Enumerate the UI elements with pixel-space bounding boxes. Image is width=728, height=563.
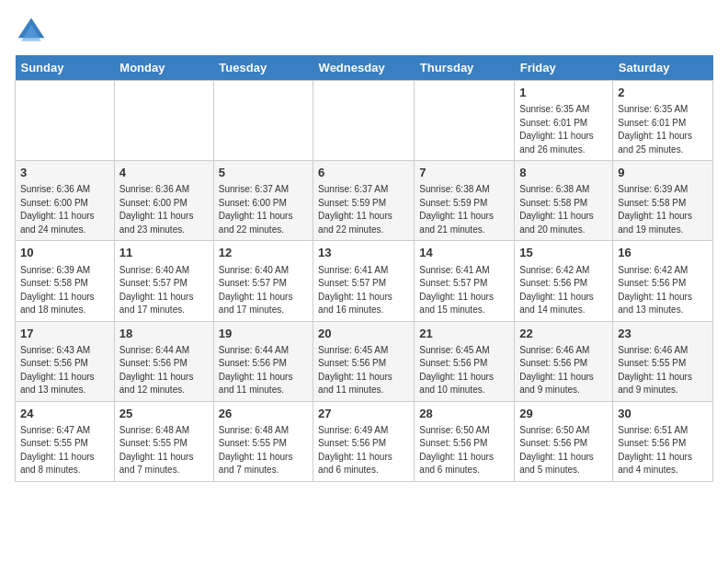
day-info: Sunrise: 6:35 AM Sunset: 6:01 PM Dayligh…	[618, 103, 708, 156]
day-info: Sunrise: 6:51 AM Sunset: 5:56 PM Dayligh…	[618, 424, 708, 477]
day-info: Sunrise: 6:47 AM Sunset: 5:55 PM Dayligh…	[20, 424, 109, 477]
day-number: 9	[618, 165, 708, 181]
day-info: Sunrise: 6:35 AM Sunset: 6:01 PM Dayligh…	[519, 103, 608, 156]
calendar-cell: 6Sunrise: 6:37 AM Sunset: 5:59 PM Daylig…	[313, 161, 415, 241]
day-info: Sunrise: 6:44 AM Sunset: 5:56 PM Dayligh…	[119, 344, 209, 397]
day-number: 14	[419, 245, 509, 261]
day-header-sunday: Sunday	[16, 55, 115, 81]
day-number: 30	[618, 406, 708, 422]
page-header	[15, 15, 713, 48]
calendar-cell: 30Sunrise: 6:51 AM Sunset: 5:56 PM Dayli…	[613, 401, 713, 481]
day-number: 15	[519, 245, 608, 261]
calendar-cell: 23Sunrise: 6:46 AM Sunset: 5:55 PM Dayli…	[613, 321, 713, 401]
day-header-saturday: Saturday	[613, 55, 713, 81]
calendar-cell	[415, 81, 515, 161]
calendar-cell: 8Sunrise: 6:38 AM Sunset: 5:58 PM Daylig…	[515, 161, 613, 241]
day-info: Sunrise: 6:36 AM Sunset: 6:00 PM Dayligh…	[20, 183, 109, 236]
day-number: 6	[318, 165, 409, 181]
calendar-cell: 5Sunrise: 6:37 AM Sunset: 6:00 PM Daylig…	[213, 161, 313, 241]
calendar-cell: 29Sunrise: 6:50 AM Sunset: 5:56 PM Dayli…	[515, 401, 613, 481]
calendar-cell: 20Sunrise: 6:45 AM Sunset: 5:56 PM Dayli…	[313, 321, 415, 401]
day-info: Sunrise: 6:50 AM Sunset: 5:56 PM Dayligh…	[419, 424, 509, 477]
day-info: Sunrise: 6:43 AM Sunset: 5:56 PM Dayligh…	[20, 344, 109, 397]
calendar-week-row: 1Sunrise: 6:35 AM Sunset: 6:01 PM Daylig…	[16, 81, 713, 161]
day-number: 4	[119, 165, 209, 181]
day-number: 12	[219, 245, 308, 261]
calendar-week-row: 24Sunrise: 6:47 AM Sunset: 5:55 PM Dayli…	[16, 401, 713, 481]
calendar-cell: 17Sunrise: 6:43 AM Sunset: 5:56 PM Dayli…	[16, 321, 115, 401]
day-info: Sunrise: 6:46 AM Sunset: 5:56 PM Dayligh…	[519, 344, 608, 397]
day-number: 11	[119, 245, 209, 261]
calendar-cell: 21Sunrise: 6:45 AM Sunset: 5:56 PM Dayli…	[415, 321, 515, 401]
day-header-thursday: Thursday	[415, 55, 515, 81]
day-number: 1	[519, 85, 608, 101]
day-number: 2	[618, 85, 708, 101]
day-info: Sunrise: 6:41 AM Sunset: 5:57 PM Dayligh…	[318, 264, 409, 317]
day-number: 28	[419, 406, 509, 422]
day-info: Sunrise: 6:39 AM Sunset: 5:58 PM Dayligh…	[618, 183, 708, 236]
day-number: 20	[318, 326, 409, 342]
calendar-week-row: 17Sunrise: 6:43 AM Sunset: 5:56 PM Dayli…	[16, 321, 713, 401]
day-number: 23	[618, 326, 708, 342]
day-number: 29	[519, 406, 608, 422]
day-info: Sunrise: 6:50 AM Sunset: 5:56 PM Dayligh…	[519, 424, 608, 477]
day-number: 3	[20, 165, 109, 181]
calendar-cell: 19Sunrise: 6:44 AM Sunset: 5:56 PM Dayli…	[213, 321, 313, 401]
calendar-cell: 7Sunrise: 6:38 AM Sunset: 5:59 PM Daylig…	[415, 161, 515, 241]
calendar-cell	[313, 81, 415, 161]
calendar-cell	[114, 81, 213, 161]
calendar-cell: 14Sunrise: 6:41 AM Sunset: 5:57 PM Dayli…	[415, 241, 515, 321]
day-number: 5	[219, 165, 308, 181]
day-number: 17	[20, 326, 109, 342]
day-info: Sunrise: 6:42 AM Sunset: 5:56 PM Dayligh…	[618, 264, 708, 317]
day-info: Sunrise: 6:48 AM Sunset: 5:55 PM Dayligh…	[119, 424, 209, 477]
calendar-week-row: 10Sunrise: 6:39 AM Sunset: 5:58 PM Dayli…	[16, 241, 713, 321]
calendar-cell: 26Sunrise: 6:48 AM Sunset: 5:55 PM Dayli…	[213, 401, 313, 481]
day-number: 25	[119, 406, 209, 422]
day-number: 13	[318, 245, 409, 261]
day-info: Sunrise: 6:40 AM Sunset: 5:57 PM Dayligh…	[219, 264, 308, 317]
day-number: 7	[419, 165, 509, 181]
calendar-cell: 3Sunrise: 6:36 AM Sunset: 6:00 PM Daylig…	[16, 161, 115, 241]
day-info: Sunrise: 6:40 AM Sunset: 5:57 PM Dayligh…	[119, 264, 209, 317]
day-info: Sunrise: 6:38 AM Sunset: 5:59 PM Dayligh…	[419, 183, 509, 236]
calendar-table: SundayMondayTuesdayWednesdayThursdayFrid…	[15, 55, 713, 482]
calendar-cell: 11Sunrise: 6:40 AM Sunset: 5:57 PM Dayli…	[114, 241, 213, 321]
day-number: 19	[219, 326, 308, 342]
day-header-wednesday: Wednesday	[313, 55, 415, 81]
day-number: 22	[519, 326, 608, 342]
calendar-header-row: SundayMondayTuesdayWednesdayThursdayFrid…	[16, 55, 713, 81]
calendar-cell: 24Sunrise: 6:47 AM Sunset: 5:55 PM Dayli…	[16, 401, 115, 481]
day-info: Sunrise: 6:49 AM Sunset: 5:56 PM Dayligh…	[318, 424, 409, 477]
logo	[15, 15, 51, 48]
day-number: 16	[618, 245, 708, 261]
calendar-cell: 16Sunrise: 6:42 AM Sunset: 5:56 PM Dayli…	[613, 241, 713, 321]
calendar-cell: 22Sunrise: 6:46 AM Sunset: 5:56 PM Dayli…	[515, 321, 613, 401]
day-info: Sunrise: 6:39 AM Sunset: 5:58 PM Dayligh…	[20, 264, 109, 317]
calendar-cell	[16, 81, 115, 161]
day-header-monday: Monday	[114, 55, 213, 81]
calendar-cell: 1Sunrise: 6:35 AM Sunset: 6:01 PM Daylig…	[515, 81, 613, 161]
calendar-cell: 10Sunrise: 6:39 AM Sunset: 5:58 PM Dayli…	[16, 241, 115, 321]
day-number: 18	[119, 326, 209, 342]
day-number: 26	[219, 406, 308, 422]
day-info: Sunrise: 6:46 AM Sunset: 5:55 PM Dayligh…	[618, 344, 708, 397]
day-info: Sunrise: 6:36 AM Sunset: 6:00 PM Dayligh…	[119, 183, 209, 236]
calendar-cell: 27Sunrise: 6:49 AM Sunset: 5:56 PM Dayli…	[313, 401, 415, 481]
calendar-cell	[213, 81, 313, 161]
day-info: Sunrise: 6:38 AM Sunset: 5:58 PM Dayligh…	[519, 183, 608, 236]
calendar-cell: 9Sunrise: 6:39 AM Sunset: 5:58 PM Daylig…	[613, 161, 713, 241]
day-info: Sunrise: 6:45 AM Sunset: 5:56 PM Dayligh…	[318, 344, 409, 397]
day-number: 27	[318, 406, 409, 422]
calendar-cell: 13Sunrise: 6:41 AM Sunset: 5:57 PM Dayli…	[313, 241, 415, 321]
day-info: Sunrise: 6:42 AM Sunset: 5:56 PM Dayligh…	[519, 264, 608, 317]
calendar-cell: 12Sunrise: 6:40 AM Sunset: 5:57 PM Dayli…	[213, 241, 313, 321]
day-number: 21	[419, 326, 509, 342]
day-number: 24	[20, 406, 109, 422]
logo-icon	[15, 15, 48, 48]
day-info: Sunrise: 6:48 AM Sunset: 5:55 PM Dayligh…	[219, 424, 308, 477]
day-info: Sunrise: 6:45 AM Sunset: 5:56 PM Dayligh…	[419, 344, 509, 397]
day-header-tuesday: Tuesday	[213, 55, 313, 81]
calendar-cell: 2Sunrise: 6:35 AM Sunset: 6:01 PM Daylig…	[613, 81, 713, 161]
day-info: Sunrise: 6:37 AM Sunset: 5:59 PM Dayligh…	[318, 183, 409, 236]
